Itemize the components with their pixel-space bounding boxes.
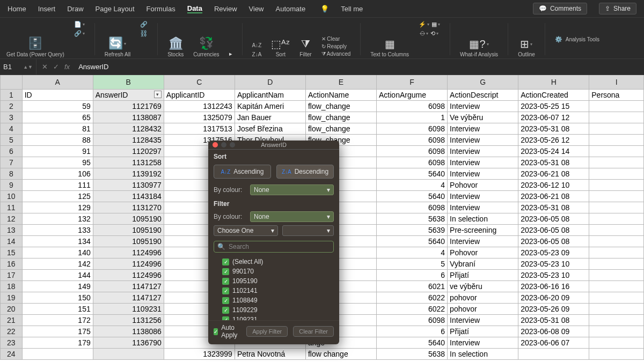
cell[interactable]: Persona [589, 89, 644, 100]
cell[interactable]: 1136790 [93, 337, 164, 348]
cell[interactable]: 6098 [377, 314, 448, 326]
cell[interactable]: 111 [22, 179, 93, 190]
connections-icon[interactable]: 🔗 [140, 21, 148, 28]
cell[interactable]: Interview [448, 168, 518, 179]
cell[interactable]: 2023-05-31 08 [518, 202, 589, 213]
cell[interactable]: 5638 [377, 348, 448, 359]
cell[interactable]: 1 [377, 112, 448, 123]
rb-currencies[interactable]: 💱 Currencies [193, 21, 219, 57]
cell[interactable] [589, 145, 644, 157]
cell[interactable]: 2023-06-05 08 [518, 224, 589, 235]
more-datatypes-icon[interactable]: ▸ [229, 50, 232, 57]
cell[interactable] [589, 123, 644, 134]
table-row[interactable]: 241323999Petra Novotnáflow change5638In … [1, 348, 644, 359]
row-header[interactable]: 13 [1, 224, 23, 235]
cell[interactable] [589, 112, 644, 123]
cell[interactable]: 2023-05-31 08 [518, 157, 589, 168]
row-header[interactable]: 3 [1, 112, 23, 123]
cell[interactable] [589, 247, 644, 258]
cell[interactable]: 4 [377, 179, 448, 190]
cell[interactable]: 6098 [377, 123, 448, 134]
cell[interactable]: 1095190 [93, 224, 164, 235]
row-header[interactable]: 21 [1, 314, 23, 326]
row-header[interactable]: 17 [1, 269, 23, 280]
name-box-dropdown-icon[interactable]: ▲▼ [23, 64, 33, 70]
cell[interactable]: 2023-05-31 08 [518, 123, 589, 134]
cell[interactable]: flow_change [305, 123, 376, 134]
remove-dup-icon[interactable]: ⦵ [420, 30, 428, 37]
cell[interactable]: 2023-05-26 09 [518, 303, 589, 314]
cell[interactable]: Interview [448, 123, 518, 134]
cell[interactable]: 5 [377, 258, 448, 269]
cell[interactable]: 2023-06-16 16 [518, 280, 589, 292]
cell[interactable]: ApplicantID [164, 89, 235, 100]
rb-text-to-columns[interactable]: ▦ Text to Columns [370, 21, 409, 57]
row-header[interactable]: 14 [1, 235, 23, 247]
cell[interactable]: ActionCreated [518, 89, 589, 100]
cell-selected[interactable]: AnswerID▾ [93, 89, 164, 100]
cell[interactable]: Interview [448, 157, 518, 168]
cell[interactable]: Pre-screening [448, 224, 518, 235]
cell[interactable]: 1323999 [164, 348, 235, 359]
cell[interactable]: 1317513 [164, 123, 235, 134]
cell[interactable]: 88 [22, 134, 93, 145]
row-header[interactable]: 4 [1, 123, 23, 134]
filter-value-select[interactable]: ▾ [282, 225, 334, 236]
cell[interactable]: 2023-05-26 12 [518, 134, 589, 145]
cell[interactable] [589, 314, 644, 326]
name-box[interactable]: B1 ▲▼ [0, 59, 36, 75]
col-A[interactable]: A [22, 75, 93, 89]
confirm-edit-icon[interactable]: ✓ [53, 63, 59, 71]
col-B[interactable]: B [93, 75, 164, 89]
cell[interactable]: Interview [448, 337, 518, 348]
cell[interactable]: 1325079 [164, 112, 235, 123]
table-row[interactable]: 36511380871325079Jan Bauerflow_change1Ve… [1, 112, 644, 123]
row-header[interactable]: 24 [1, 348, 23, 359]
cell[interactable]: 2023-06-21 08 [518, 168, 589, 179]
cell[interactable] [589, 269, 644, 280]
tab-data[interactable]: Data [187, 4, 202, 13]
row-header[interactable]: 8 [1, 168, 23, 179]
cell[interactable]: 179 [22, 337, 93, 348]
sort-ascending-button[interactable]: A↓Z Ascending [214, 165, 271, 179]
cell[interactable]: 132 [22, 213, 93, 224]
cancel-edit-icon[interactable]: ✕ [42, 63, 48, 71]
popup-titlebar[interactable]: AnswerID [208, 141, 339, 150]
rb-filter[interactable]: ⧩ Filter [299, 21, 311, 57]
cell[interactable]: 5640 [377, 337, 448, 348]
filter-list-item[interactable]: ✓1108849 [222, 295, 334, 305]
cell[interactable]: 134 [22, 235, 93, 247]
cell[interactable]: Josef Březina [235, 123, 305, 134]
row-header[interactable]: 1 [1, 89, 23, 100]
row-header[interactable]: 15 [1, 247, 23, 258]
cell[interactable]: Interview [448, 202, 518, 213]
cell[interactable]: Pohovor [448, 179, 518, 190]
clear-filter-button[interactable]: Clear Filter [293, 326, 334, 337]
formula-input[interactable]: AnswerID [75, 63, 644, 71]
cell[interactable]: ApplicantNam [235, 89, 305, 100]
cell[interactable]: 133 [22, 224, 93, 235]
cell[interactable]: 6022 [377, 303, 448, 314]
cell[interactable]: 106 [22, 168, 93, 179]
cell[interactable] [589, 179, 644, 190]
cell[interactable]: 2023-05-25 15 [518, 100, 589, 112]
clear-filter[interactable]: ✕ Clear [321, 36, 340, 42]
cell[interactable] [22, 348, 93, 359]
cell[interactable]: 1131256 [93, 314, 164, 326]
cell[interactable]: ID [22, 89, 93, 100]
table-row[interactable]: 48111284321317513Josef Březinaflow_chang… [1, 123, 644, 134]
cell[interactable]: 1121769 [93, 100, 164, 112]
cell[interactable] [589, 348, 644, 359]
cell[interactable]: 140 [22, 247, 93, 258]
cell[interactable]: Jan Bauer [235, 112, 305, 123]
cell[interactable]: Interview [448, 100, 518, 112]
corner-cell[interactable] [1, 75, 23, 89]
cell[interactable]: 1095190 [93, 235, 164, 247]
cell[interactable]: 125 [22, 190, 93, 202]
tab-automate[interactable]: Automate [276, 5, 306, 13]
tab-review[interactable]: Review [214, 5, 237, 13]
cell[interactable]: ActionArgume [377, 89, 448, 100]
cell[interactable]: Ve výběru [448, 112, 518, 123]
cell[interactable]: 81 [22, 123, 93, 134]
edit-links-icon[interactable]: ⛓️ [140, 30, 148, 37]
